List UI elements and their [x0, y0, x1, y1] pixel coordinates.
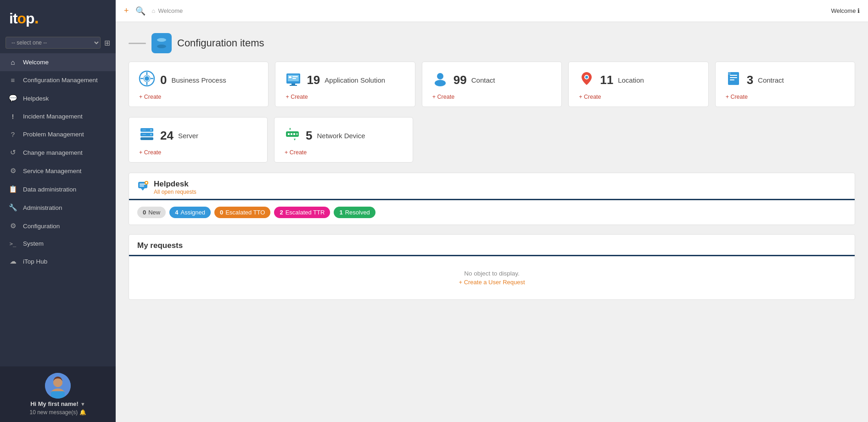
svg-rect-31	[728, 72, 731, 75]
badge-new[interactable]: 0 New	[137, 207, 166, 218]
sidebar-item-incident-mgmt[interactable]: ! Incident Management	[0, 107, 116, 125]
ci-card-network-device[interactable]: 5 Network Device + Create	[274, 117, 413, 163]
bell-icon: 🔔	[79, 409, 86, 416]
svg-rect-41	[291, 133, 292, 135]
section-divider	[129, 43, 146, 44]
helpdesk-title: Helpdesk	[154, 180, 196, 189]
application-solution-label: Application Solution	[325, 76, 385, 84]
business-process-count: 0	[160, 73, 167, 87]
badge-resolved[interactable]: 1 Resolved	[334, 207, 375, 218]
module-select[interactable]: -- select one --	[6, 37, 101, 49]
logo-dot: .	[34, 8, 39, 27]
ci-card-server[interactable]: 24 Server + Create	[129, 117, 268, 163]
ci-cards-row2: 24 Server + Create	[129, 117, 413, 163]
sidebar-item-system[interactable]: >_ System	[0, 235, 116, 252]
add-icon[interactable]: +	[124, 6, 129, 16]
topbar-welcome: Welcome ℹ	[831, 7, 860, 14]
badge-assigned-label: Assigned	[180, 209, 205, 216]
svg-marker-45	[294, 139, 296, 141]
svg-rect-40	[288, 133, 290, 135]
svg-rect-4	[51, 391, 65, 399]
sidebar-label-data-admin: Data administration	[23, 186, 76, 193]
svg-point-51	[146, 182, 147, 184]
ci-card-application-solution[interactable]: 19 Application Solution + Create	[275, 62, 415, 107]
my-requests-create-link[interactable]: + Create a User Request	[137, 279, 846, 286]
svg-rect-37	[142, 129, 146, 130]
application-solution-icon	[285, 70, 302, 90]
logo-accent: o	[17, 10, 26, 27]
ci-card-location[interactable]: 11 Location + Create	[568, 62, 708, 107]
ci-card-contact[interactable]: 99 Contact + Create	[422, 62, 562, 107]
svg-rect-38	[142, 134, 146, 135]
search-icon[interactable]: 🔍	[135, 6, 146, 16]
badge-escalated-ttr[interactable]: 2 Escalated TTR	[274, 207, 330, 218]
select-icon: ⊞	[104, 39, 110, 47]
application-solution-create[interactable]: + Create	[285, 94, 405, 100]
sidebar-item-data-admin[interactable]: 📋 Data administration	[0, 180, 116, 198]
breadcrumb-home-icon: ⌂	[152, 7, 156, 14]
sidebar-select-area[interactable]: -- select one -- ⊞	[0, 34, 116, 53]
network-device-label: Network Device	[317, 132, 365, 140]
sidebar-label-admin: Administration	[23, 204, 62, 211]
main-content: + 🔍 ⌂ Welcome Welcome ℹ Configuration it…	[116, 0, 868, 422]
svg-rect-43	[296, 133, 298, 135]
svg-rect-28	[730, 75, 737, 76]
svg-point-7	[157, 45, 166, 48]
sidebar-item-itop-hub[interactable]: ☁ iTop Hub	[0, 252, 116, 270]
badge-escalated-ttr-label: Escalated TTR	[286, 209, 325, 216]
contract-create[interactable]: + Create	[725, 94, 846, 100]
sidebar-item-problem-mgmt[interactable]: ? Problem Management	[0, 125, 116, 143]
helpdesk-badges: 0 New 4 Assigned 0 Escalated TTO 2 Escal…	[129, 200, 855, 225]
server-create[interactable]: + Create	[138, 149, 258, 156]
helpdesk-subtitle[interactable]: All open requests	[154, 189, 196, 195]
badge-assigned-count: 4	[175, 209, 178, 216]
location-label: Location	[618, 76, 644, 84]
svg-rect-22	[292, 78, 296, 79]
svg-rect-29	[730, 77, 737, 78]
ci-section-icon	[151, 33, 172, 53]
alert-icon: !	[8, 113, 17, 120]
svg-rect-19	[290, 85, 297, 86]
badge-resolved-label: Resolved	[345, 209, 370, 216]
ci-card-business-process[interactable]: 0 Business Process + Create	[129, 62, 269, 107]
server-icon	[138, 126, 156, 146]
ci-card-contract[interactable]: 3 Contract + Create	[715, 62, 855, 107]
footer-username: Hi My first name!	[30, 400, 78, 407]
svg-rect-34	[140, 137, 153, 140]
location-create[interactable]: + Create	[578, 94, 699, 100]
contact-create[interactable]: + Create	[431, 94, 552, 100]
sidebar-item-change-mgmt[interactable]: ↺ Change management	[0, 143, 116, 162]
badge-new-count: 0	[143, 209, 146, 216]
gear-icon: ⚙	[8, 222, 17, 230]
badge-assigned[interactable]: 4 Assigned	[169, 207, 211, 218]
breadcrumb-label: Welcome	[158, 7, 183, 14]
footer-dropdown-icon[interactable]: ▼	[80, 401, 85, 407]
business-process-create[interactable]: + Create	[138, 94, 259, 100]
sidebar-label-configuration: Configuration	[23, 223, 60, 230]
badge-escalated-ttr-count: 2	[280, 209, 283, 216]
sidebar-item-service-mgmt[interactable]: ⚙ Service Management	[0, 162, 116, 180]
contract-icon	[725, 70, 742, 90]
sidebar-item-config-mgmt[interactable]: ≡ Configuration Management	[0, 71, 116, 89]
network-device-create[interactable]: + Create	[284, 149, 403, 156]
sidebar-label-config-mgmt: Configuration Management	[23, 77, 98, 84]
logo-text: itop.	[9, 8, 106, 28]
avatar	[45, 373, 71, 399]
sidebar-item-admin[interactable]: 🔧 Administration	[0, 198, 116, 217]
my-requests-body: No object to display. + Create a User Re…	[129, 256, 855, 299]
sidebar-item-welcome[interactable]: ⌂ Welcome	[0, 53, 116, 71]
badge-escalated-tto[interactable]: 0 Escalated TTO	[214, 207, 270, 218]
badge-escalated-tto-count: 0	[220, 209, 223, 216]
my-requests-section: My requests No object to display. + Crea…	[129, 234, 855, 300]
terminal-icon: >_	[8, 241, 17, 247]
network-device-icon	[284, 126, 301, 146]
sidebar-item-helpdesk[interactable]: 💬 Helpdesk	[0, 89, 116, 107]
sidebar-label-itop-hub: iTop Hub	[23, 258, 47, 265]
sidebar: itop. -- select one -- ⊞ ‹ ⌂ Welcome ≡ C…	[0, 0, 116, 422]
sidebar-logo: itop.	[0, 0, 116, 34]
sidebar-item-configuration[interactable]: ⚙ Configuration	[0, 217, 116, 235]
svg-rect-18	[291, 84, 295, 85]
contract-count: 3	[747, 73, 753, 87]
chat-icon: 💬	[8, 94, 17, 102]
contact-count: 99	[454, 73, 467, 87]
